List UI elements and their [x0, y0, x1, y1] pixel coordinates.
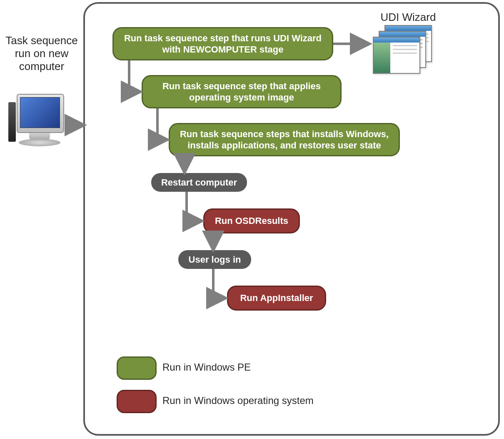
legend-label-pe: Run in Windows PE: [162, 361, 251, 373]
step-restart-computer: Restart computer: [151, 173, 247, 192]
step-user-logs-in: User logs in: [178, 250, 251, 269]
computer-icon: [6, 94, 73, 156]
udi-wizard-label: UDI Wizard: [367, 11, 450, 24]
step-run-appinstaller: Run AppInstaller: [227, 286, 326, 311]
legend-label-os: Run in Windows operating system: [162, 395, 314, 406]
wizard-windows-icon: [373, 25, 435, 75]
step-install-windows-apps-state: Run task sequence steps that installs Wi…: [169, 123, 400, 156]
legend-swatch-os: [117, 390, 157, 413]
task-sequence-label: Task sequence run on new computer: [4, 34, 79, 73]
step-run-udi-wizard: Run task sequence step that runs UDI Wiz…: [112, 27, 333, 60]
legend-swatch-pe: [117, 356, 157, 380]
step-run-osdresults: Run OSDResults: [203, 208, 300, 233]
step-apply-os-image: Run task sequence step that applies oper…: [142, 75, 342, 108]
